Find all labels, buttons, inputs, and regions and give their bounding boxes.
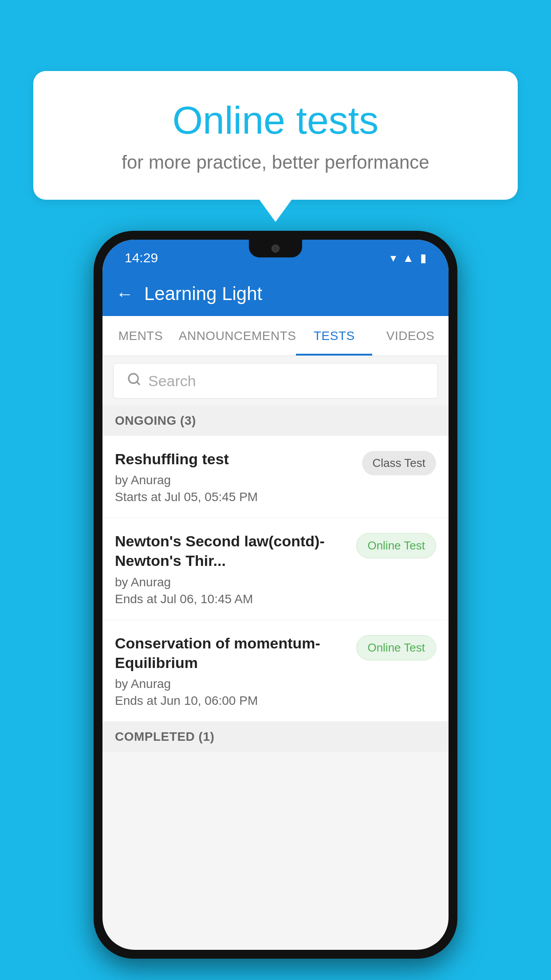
- test-date: Ends at Jun 10, 06:00 PM: [115, 694, 349, 708]
- search-icon: [127, 371, 141, 390]
- content-area: Search ONGOING (3) Reshuffling test by A…: [102, 356, 449, 950]
- search-placeholder: Search: [148, 372, 196, 390]
- tab-announcements[interactable]: ANNOUNCEMENTS: [179, 316, 296, 356]
- wifi-icon: ▾: [390, 251, 396, 265]
- promo-section: Online tests for more practice, better p…: [33, 71, 518, 200]
- test-info: Conservation of momentum-Equilibrium by …: [115, 633, 349, 708]
- test-date: Starts at Jul 05, 05:45 PM: [115, 490, 355, 504]
- phone-frame: 14:29 ▾ ▲ ▮ ← Learning Light MENTS ANNOU…: [94, 231, 457, 959]
- bubble-title: Online tests: [69, 98, 482, 143]
- completed-header: COMPLETED (1): [102, 722, 449, 752]
- test-author: by Anurag: [115, 677, 349, 691]
- status-icons: ▾ ▲ ▮: [390, 251, 426, 265]
- app-bar-title: Learning Light: [144, 283, 262, 304]
- test-title: Conservation of momentum-Equilibrium: [115, 633, 349, 672]
- test-list-ongoing: Reshuffling test by Anurag Starts at Jul…: [102, 436, 449, 722]
- search-bar[interactable]: Search: [113, 363, 438, 399]
- speech-bubble: Online tests for more practice, better p…: [33, 71, 518, 200]
- tab-videos[interactable]: VIDEOS: [372, 316, 449, 356]
- test-author: by Anurag: [115, 575, 349, 589]
- test-item-newtons[interactable]: Newton's Second law(contd)-Newton's Thir…: [102, 518, 449, 620]
- signal-icon: ▲: [402, 251, 414, 265]
- test-item-conservation[interactable]: Conservation of momentum-Equilibrium by …: [102, 620, 449, 722]
- test-info: Reshuffling test by Anurag Starts at Jul…: [115, 449, 355, 504]
- test-date: Ends at Jul 06, 10:45 AM: [115, 592, 349, 606]
- test-title: Reshuffling test: [115, 449, 355, 469]
- test-badge-online: Online Test: [356, 635, 436, 660]
- svg-line-1: [137, 382, 139, 384]
- test-badge-class: Class Test: [362, 451, 436, 475]
- camera: [272, 245, 279, 253]
- phone-screen: 14:29 ▾ ▲ ▮ ← Learning Light MENTS ANNOU…: [102, 240, 449, 950]
- phone-notch: [249, 240, 302, 257]
- bubble-subtitle: for more practice, better performance: [69, 152, 482, 173]
- tab-tests[interactable]: TESTS: [296, 316, 372, 356]
- tabs-bar: MENTS ANNOUNCEMENTS TESTS VIDEOS: [102, 316, 449, 356]
- test-title: Newton's Second law(contd)-Newton's Thir…: [115, 531, 349, 570]
- app-bar: ← Learning Light: [102, 272, 449, 316]
- search-container: Search: [102, 356, 449, 406]
- test-author: by Anurag: [115, 473, 355, 487]
- back-button[interactable]: ←: [116, 284, 134, 304]
- phone-mockup: 14:29 ▾ ▲ ▮ ← Learning Light MENTS ANNOU…: [94, 231, 457, 959]
- status-time: 14:29: [125, 250, 158, 265]
- test-badge-online: Online Test: [356, 533, 436, 558]
- test-item-reshuffling[interactable]: Reshuffling test by Anurag Starts at Jul…: [102, 436, 449, 518]
- battery-icon: ▮: [420, 251, 426, 265]
- ongoing-header: ONGOING (3): [102, 406, 449, 436]
- tab-ments[interactable]: MENTS: [102, 316, 179, 356]
- test-info: Newton's Second law(contd)-Newton's Thir…: [115, 531, 349, 606]
